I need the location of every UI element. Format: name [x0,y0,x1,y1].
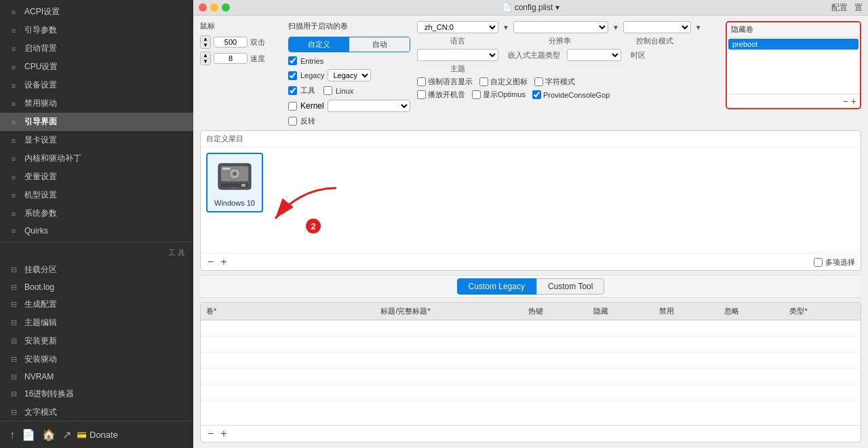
boot-item-windows10[interactable]: Windows 10 [206,153,263,212]
sidebar: ≡ ACPI设置 ≡ 引导参数 ≡ 启动背景 ≡ CPU设置 ≡ 设备设置 ≡ … [0,0,193,448]
lang-dropdown-arrow[interactable]: ▼ [502,24,509,31]
console-select[interactable] [623,21,691,33]
svg-rect-4 [222,168,231,170]
sidebar-item-gen-config[interactable]: ⊟ 生成配置 [0,295,193,314]
theme-type-select[interactable] [567,49,621,61]
hidden-vol-item-preboot[interactable]: preboot [728,39,859,50]
entries-checkbox[interactable] [288,56,297,65]
spinner-up[interactable]: ▲ [201,36,210,42]
scan-tab-custom[interactable]: 自定义 [289,37,349,52]
sidebar-item-kernel-patches[interactable]: ≡ 内核和驱动补丁 [0,149,193,168]
legacy-checkbox-row: Legacy Legacy [288,69,410,81]
table-footer: − + [201,425,861,442]
boot-minus-button[interactable]: − [206,257,215,267]
res-select[interactable] [513,21,608,33]
sidebar-item-cpu[interactable]: ≡ CPU设置 [0,58,193,76]
sidebar-item-disable-drivers[interactable]: ≡ 禁用驱动 [0,94,193,113]
tools-checkbox[interactable] [288,86,297,95]
list-icon: ≡ [8,155,19,163]
home-icon[interactable]: 🏠 [41,427,57,443]
custom-legacy-tab[interactable]: Custom Legacy [457,278,536,295]
content-area: 鼠标 ▲ ▼ 500 双击 ▲ ▼ 8 速度 [193,16,868,448]
share-icon[interactable]: ↗ [61,427,73,443]
force-lang-checkbox[interactable] [417,77,426,86]
multiselect-checkbox[interactable] [814,258,823,267]
play-sound-checkbox[interactable] [417,90,426,99]
custom-icons-opt[interactable]: 自定义图标 [479,77,528,87]
kernel-checkbox[interactable] [288,102,297,111]
top-section: 鼠标 ▲ ▼ 500 双击 ▲ ▼ 8 速度 [200,21,861,126]
sidebar-item-install-update[interactable]: ⊟ 安装更新 [0,332,193,350]
table-row [201,337,861,353]
speed-spinner[interactable]: ▲ ▼ [200,35,211,49]
sidebar-item-devices[interactable]: ≡ 设备设置 [0,76,193,94]
custom-tool-tab[interactable]: Custom Tool [536,278,604,295]
char-mode-checkbox[interactable] [534,77,543,86]
minimize-button[interactable] [210,3,218,12]
sidebar-item-bootlog[interactable]: ⊟ Boot.log [0,279,193,295]
speed2-value[interactable]: 8 [214,53,248,64]
console-dropdown-arrow[interactable]: ▼ [695,24,702,31]
speed-value[interactable]: 500 [214,37,248,48]
legacy-checkbox[interactable] [288,71,297,80]
theme-row: 嵌入式主题类型 时区 [417,49,719,61]
config-label[interactable]: 配置 [831,2,848,14]
sidebar-item-install-driver[interactable]: ⊟ 安装驱动 [0,350,193,369]
upload-icon[interactable]: ↑ [8,428,16,443]
boot-plus-button[interactable]: + [219,257,228,267]
sidebar-item-quirks[interactable]: ≡ Quirks [0,223,193,239]
file-icon: 📄 [502,3,512,12]
spinner2-down[interactable]: ▼ [201,58,210,64]
sidebar-item-bootscreen[interactable]: ≡ 引导界面 [0,113,193,131]
legacy-label: Legacy [300,71,324,79]
sidebar-item-text-mode[interactable]: ⊟ 文字模式 [0,403,193,421]
lang-select[interactable]: zh_CN:0 [417,21,498,33]
sidebar-item-model[interactable]: ≡ 机型设置 [0,186,193,204]
hidden-vol-minus[interactable]: − [843,96,848,106]
spinner-down[interactable]: ▼ [201,42,210,48]
sidebar-item-nvram[interactable]: ⊟ NVRAM [0,369,193,385]
scan-tab-auto[interactable]: 自动 [349,37,410,52]
legacy-select[interactable]: Legacy [328,69,371,81]
table-minus-button[interactable]: − [206,428,215,439]
lang-col-label: 语言 [417,36,498,46]
speed2-spinner[interactable]: ▲ ▼ [200,52,211,65]
kernel-select[interactable] [328,100,410,112]
sidebar-item-acpi[interactable]: ≡ ACPI设置 [0,3,193,21]
sidebar-item-boot-params[interactable]: ≡ 引导参数 [0,21,193,39]
spinner2-up[interactable]: ▲ [201,52,210,58]
sidebar-item-mount-part[interactable]: ⊟ 挂载分区 [0,261,193,279]
list-icon: ≡ [8,136,19,145]
sidebar-item-gpu[interactable]: ≡ 显卡设置 [0,131,193,149]
sidebar-item-theme-edit[interactable]: ⊟ 主题编辑 [0,314,193,332]
linux-checkbox[interactable] [323,86,332,95]
entries-label: Entries [300,57,323,65]
play-sound-opt[interactable]: 播放开机音 [417,90,465,100]
list-icon: ≡ [8,118,19,126]
show-optimus-checkbox[interactable] [472,90,481,99]
reverse-checkbox[interactable] [288,117,297,126]
document-icon[interactable]: 📄 [20,427,37,443]
options-row2: 播放开机音 显示Optimus ProvideConsoleGop [417,90,719,100]
sidebar-item-hex-conv[interactable]: ⊟ 16进制转换器 [0,385,193,403]
settings-label[interactable]: 置 [854,2,863,14]
donate-button[interactable]: 💳 Donate [77,430,118,440]
force-lang-opt[interactable]: 强制语言显示 [417,77,473,87]
res-col-label: 分辨率 [512,36,607,46]
hidden-vol-plus[interactable]: + [851,96,856,106]
provide-console-checkbox[interactable] [532,90,541,99]
sidebar-item-boot-bg[interactable]: ≡ 启动背景 [0,39,193,58]
provide-console-opt[interactable]: ProvideConsoleGop [532,90,610,99]
close-button[interactable] [199,3,207,12]
sidebar-item-vars[interactable]: ≡ 变量设置 [0,168,193,186]
red-arrow-annotation: 2 [269,181,350,231]
table-plus-button[interactable]: + [219,428,228,439]
maximize-button[interactable] [222,3,230,12]
theme-select[interactable] [417,49,498,61]
sidebar-item-sys-params[interactable]: ≡ 系统参数 [0,204,193,223]
res-dropdown-arrow[interactable]: ▼ [612,24,619,31]
entries-checkbox-row: Entries [288,56,410,65]
char-mode-opt[interactable]: 字符模式 [534,77,575,87]
show-optimus-opt[interactable]: 显示Optimus [472,90,526,100]
custom-icons-checkbox[interactable] [479,77,488,86]
